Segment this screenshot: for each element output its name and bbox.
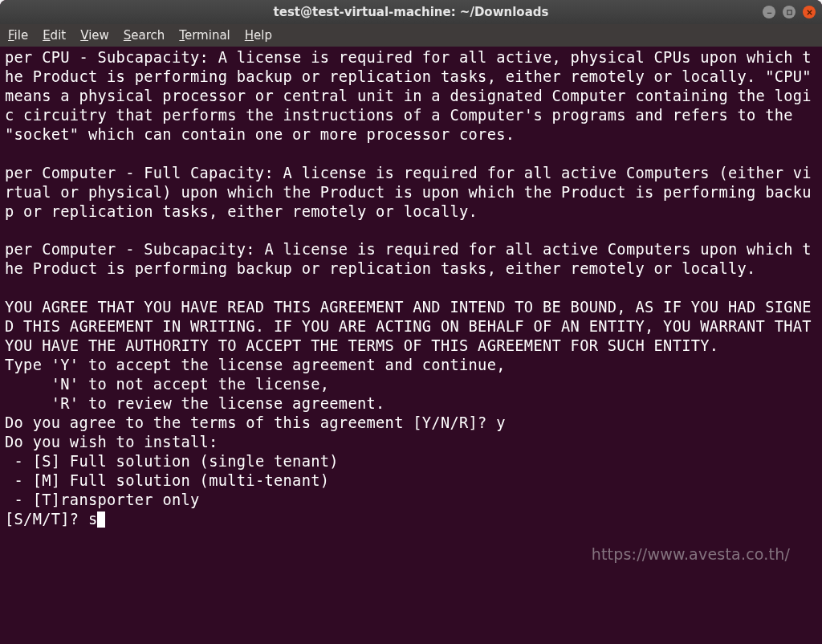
maximize-icon: [786, 9, 793, 16]
minimize-icon: [766, 9, 773, 16]
menu-terminal[interactable]: Terminal: [179, 28, 230, 43]
menu-file[interactable]: File: [8, 28, 28, 43]
close-button[interactable]: [803, 6, 816, 18]
menu-edit[interactable]: Edit: [43, 28, 66, 43]
titlebar[interactable]: test@test-virtual-machine: ~/Downloads: [0, 0, 822, 24]
close-icon: [806, 9, 813, 16]
maximize-button[interactable]: [783, 6, 796, 18]
terminal-window: test@test-virtual-machine: ~/Downloads F…: [0, 0, 822, 644]
terminal-cursor: [97, 512, 105, 528]
window-title: test@test-virtual-machine: ~/Downloads: [0, 5, 822, 19]
svg-rect-1: [787, 10, 791, 14]
menubar: File Edit View Search Terminal Help: [0, 24, 822, 47]
terminal-body[interactable]: per CPU - Subcapacity: A license is requ…: [0, 47, 822, 644]
menu-view[interactable]: View: [80, 28, 109, 43]
terminal-output: per CPU - Subcapacity: A license is requ…: [5, 49, 820, 528]
minimize-button[interactable]: [763, 6, 775, 18]
window-controls: [763, 6, 816, 18]
menu-help[interactable]: Help: [245, 28, 272, 43]
menu-search[interactable]: Search: [124, 28, 165, 43]
watermark: https://www.avesta.co.th/: [592, 544, 790, 564]
